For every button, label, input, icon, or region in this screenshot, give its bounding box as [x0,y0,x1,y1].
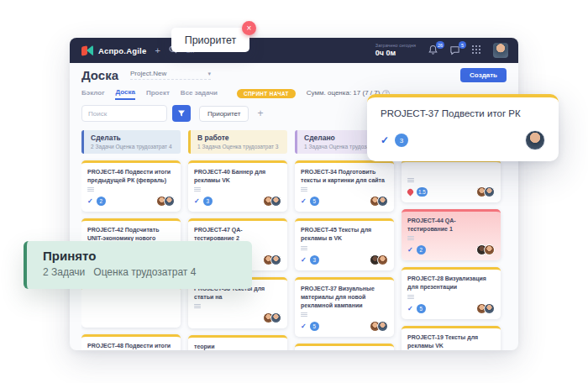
task-card-footer: ✓3 [194,196,281,207]
filter-funnel-button[interactable] [172,105,191,122]
assignee-avatar [484,303,495,314]
assignee-avatars [156,196,175,207]
task-card[interactable]: PROJECT-44 QA-тестирование 1✓2 [402,209,501,260]
assignee-avatars [263,196,281,207]
accepted-column-preview: Принято 2 Задачи Оценка трудозатрат 4 [24,241,252,289]
assignee-avatars [263,254,281,265]
task-card-title: PROJECT-44 QA-тестирование 1 [407,217,495,233]
task-card-title: PROJECT-19 Тексты для рекламы VK [407,333,495,350]
check-icon: ✓ [407,305,413,312]
task-card[interactable] [81,286,181,328]
estimate-badge: 2 [97,197,106,206]
assignee-avatar [377,254,388,265]
add-icon[interactable]: + [155,46,160,55]
assignee-avatar [377,196,388,207]
description-icon [407,178,414,182]
fire-icon [407,188,413,196]
description-icon [301,187,307,192]
assignee-avatar [270,254,281,265]
task-card[interactable]: PROJECT-40 Баннер для рекламы VK✓3 [188,160,287,212]
tab-all-tasks[interactable]: Все задачи [181,87,218,99]
add-filter-icon[interactable]: + [257,108,263,119]
search-input[interactable] [81,105,167,122]
time-tracked-value: 0ч 0м [375,49,416,58]
assignee-avatar [377,321,388,332]
check-icon: ✓ [87,197,93,205]
app-topbar: Аспро.Agile + Сп Затрачено сегодня 0ч 0м… [70,38,518,63]
card-popup-title: PROJECT-37 Подвести итог РК [381,108,545,118]
assignee-avatar [525,130,545,150]
task-card[interactable]: PROJECT-34 Подготовить тексты и картинки… [295,160,394,212]
task-card-footer [194,312,281,323]
priority-tooltip: Приоритет × [171,28,249,52]
messages-count-badge: 5 [459,41,466,49]
task-card-footer: ✓5 [301,321,388,332]
sprint-status-badge: СПРИНТ НАЧАТ [237,89,296,98]
accepted-title: Принято [43,249,252,263]
board-column: В работе1 Задача Оценка трудозатрат 3PRO… [188,130,287,350]
description-icon [407,236,414,240]
assignee-avatar [270,196,281,207]
task-card[interactable]: PROJECT-23 Итоги РК✓5 [295,344,394,350]
board-select-value: Project.New [130,70,166,77]
column-title: В работе [197,134,281,142]
task-card-title: теории [194,343,281,350]
board-column: Сделано1 Задача Оценка трудозатрат 3PROJ… [295,130,394,350]
assignee-avatars [476,186,495,197]
column-subtitle: 2 Задачи Оценка трудозатрат 4 [91,144,174,150]
time-tracked-label: Затрачено сегодня [375,43,416,49]
estimate-badge: 5 [310,322,319,331]
close-icon[interactable]: × [242,21,256,35]
task-card[interactable]: PROJECT-45 Тексты для рекламы в VK✓3 [295,218,394,270]
estimate-badge: 3 [310,255,319,265]
task-card-footer: 1.5 [407,186,495,197]
task-card[interactable]: PROJECT-48 Подвести итоги РК✓2 [81,334,181,350]
column-subtitle: 1 Задача Оценка трудозатрат 3 [197,144,281,150]
check-icon: ✓ [301,323,307,330]
logo-icon [81,45,93,56]
messages-chat-icon[interactable]: 5 [449,45,461,56]
user-avatar[interactable] [493,43,508,58]
task-card[interactable]: PROJECT-46 Подвести итоги предыдущей РК … [81,160,181,212]
page-title: Доска [81,68,118,82]
priority-filter-chip[interactable]: Приоритет [199,106,249,122]
task-card[interactable]: PROJECT-37 Визуальные материалы для ново… [295,277,394,337]
check-icon: ✓ [301,197,307,205]
check-icon: ✓ [194,197,200,205]
task-card-footer: ✓3 [301,254,388,265]
notifications-bell-icon[interactable]: 26 [428,45,439,56]
app-logo[interactable]: Аспро.Agile [81,45,146,56]
create-button[interactable]: Создать [460,68,507,82]
tab-board[interactable]: Доска [115,87,134,100]
task-card[interactable]: PROJECT-28 Визуализация для презентации✓… [402,267,501,318]
tab-project[interactable]: Проект [146,87,170,99]
description-icon [301,246,307,250]
column-header: Сделать2 Задачи Оценка трудозатрат 4 [81,130,181,154]
apps-grid-icon[interactable] [471,45,483,56]
column-header: В работе1 Задача Оценка трудозатрат 3 [188,130,287,154]
assignee-avatar [484,186,495,197]
task-card[interactable]: 1.5 [402,160,501,202]
board-select[interactable]: Project.New ▾ [130,70,211,80]
description-icon [407,295,414,299]
task-card[interactable]: PROJECT-19 Тексты для рекламы VK✓5 [402,326,501,350]
tab-backlog[interactable]: Бэклог [81,87,104,99]
task-card-footer: ✓2 [407,244,495,255]
app-window: Аспро.Agile + Сп Затрачено сегодня 0ч 0м… [70,38,518,350]
task-card-title [407,167,495,176]
task-card-title: PROJECT-34 Подготовить тексты и картинки… [301,168,388,185]
assignee-avatars [370,321,388,332]
assignee-avatars [370,196,388,207]
page-background: Аспро.Agile + Сп Затрачено сегодня 0ч 0м… [0,0,588,383]
app-name: Аспро.Agile [98,46,146,55]
task-card[interactable]: теории✓3 [188,335,287,350]
task-card-title: PROJECT-28 Визуализация для презентации [407,275,495,291]
description-icon [194,304,201,308]
board-column: Сделать2 Задачи Оценка трудозатрат 4PROJ… [81,130,181,350]
estimate-badge: 2 [417,245,426,254]
task-card-footer: ✓5 [407,303,495,314]
column-title: Сделать [91,134,174,142]
estimate-badge: 5 [310,197,319,206]
notifications-count-badge: 26 [436,41,444,49]
card-popup[interactable]: PROJECT-37 Подвести итог РК ✓ 3 [367,94,559,161]
